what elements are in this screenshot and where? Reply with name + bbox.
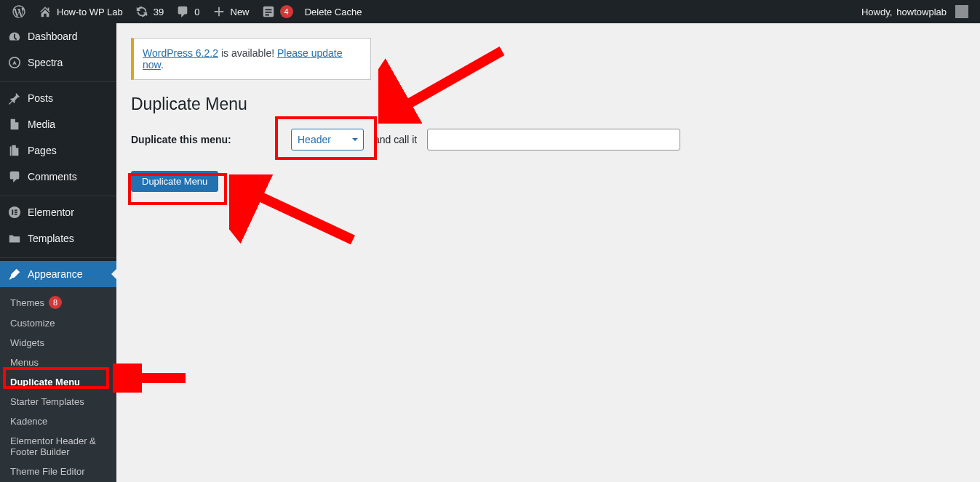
duplicate-form-row: Duplicate this menu: Header and call it [131,129,965,150]
updates-count: 39 [154,7,164,17]
spectra-icon [7,55,22,70]
howdy-prefix: Howdy, [861,7,892,17]
sidebar-item-label: Elementor [28,206,74,218]
submenu-item-customize[interactable]: Customize [0,313,116,333]
home-icon [38,4,52,19]
wpforms-link[interactable]: 4 [255,0,299,23]
delete-cache-link[interactable]: Delete Cache [299,0,368,23]
new-menu-name-input[interactable] [427,129,680,150]
elementor-icon [7,205,22,220]
admin-bar-right: Howdy, howtowplab [856,0,974,23]
submenu-item-elementor-hfb[interactable]: Elementor Header & Footer Builder [0,431,116,462]
sidebar-item-posts[interactable]: Posts [0,85,116,111]
pin-icon [7,91,22,105]
comment-bubble-icon [175,4,190,19]
appearance-submenu: Themes 8 Customize Widgets Menus Duplica… [0,287,116,482]
sidebar-item-appearance[interactable]: Appearance [0,261,116,287]
submenu-item-label: Customize [10,318,55,329]
submenu-item-label: Kadence [10,416,47,427]
plus-icon [212,4,226,19]
svg-rect-4 [15,212,17,213]
sidebar-separator [0,193,116,196]
sidebar-item-label: Templates [28,233,74,244]
comments-link[interactable]: 0 [170,0,205,23]
menu-select-wrap: Header [291,129,364,150]
sidebar-item-label: Appearance [28,268,83,280]
submenu-item-label: Elementor Header & Footer Builder [10,435,106,457]
delete-cache-label: Delete Cache [305,7,362,17]
submenu-item-label: Widgets [10,337,44,348]
submenu-item-duplicate-menu[interactable]: Duplicate Menu [0,372,116,392]
sidebar-item-label: Dashboard [28,31,78,42]
wp-version-link[interactable]: WordPress 6.2.2 [143,47,218,59]
submenu-item-label: Menus [10,357,39,368]
media-icon [7,117,22,132]
new-label: New [231,7,250,17]
submenu-item-label: Theme File Editor [10,466,85,477]
site-name-label: How-to WP Lab [57,7,123,17]
folder-icon [7,231,22,246]
submenu-item-kadence[interactable]: Kadence [0,411,116,431]
admin-bar: How-to WP Lab 39 0 New 4 Del [0,0,980,23]
main-content: WordPress 6.2.2 is available! Please upd… [116,23,980,482]
sidebar-item-spectra[interactable]: Spectra [0,49,116,76]
submenu-item-label: Starter Templates [10,396,84,407]
sidebar-item-elementor[interactable]: Elementor [0,199,116,225]
username-label: howtowplab [896,7,947,17]
submenu-item-widgets[interactable]: Widgets [0,333,116,353]
sidebar-item-label: Posts [28,92,53,104]
themes-update-badge: 8 [49,296,62,309]
duplicate-menu-button[interactable]: Duplicate Menu [131,171,218,192]
submenu-item-themes[interactable]: Themes 8 [0,292,116,313]
wpforms-count: 4 [280,5,293,18]
sidebar-item-media[interactable]: Media [0,111,116,137]
sidebar-item-templates[interactable]: Templates [0,225,116,252]
comment-icon [7,169,22,184]
sidebar-item-label: Pages [28,145,57,156]
form-label: Duplicate this menu: [131,134,291,145]
sidebar-item-pages[interactable]: Pages [0,137,116,164]
admin-bar-left: How-to WP Lab 39 0 New 4 Del [6,0,367,23]
dashboard-icon [7,29,22,44]
sidebar-separator [0,79,116,82]
notice-text: is available! [218,47,277,59]
new-content-link[interactable]: New [206,0,255,23]
comments-count: 0 [194,7,199,17]
submenu-item-label: Duplicate Menu [10,377,80,387]
page-title: Duplicate Menu [131,95,965,114]
update-notice: WordPress 6.2.2 is available! Please upd… [131,38,371,80]
updates-link[interactable]: 39 [129,0,170,23]
wp-logo-menu[interactable] [6,0,32,23]
page-icon [7,143,22,158]
svg-rect-5 [15,214,17,215]
admin-sidebar: Dashboard Spectra Posts Media Pages Comm… [0,23,116,482]
sidebar-item-comments[interactable]: Comments [0,164,116,190]
avatar [955,5,968,18]
wordpress-logo-icon [12,4,26,19]
sidebar-separator [0,254,116,258]
svg-rect-3 [15,209,17,211]
sidebar-item-dashboard[interactable]: Dashboard [0,23,116,49]
submenu-item-menus[interactable]: Menus [0,353,116,372]
sidebar-item-label: Spectra [28,57,63,68]
sidebar-item-label: Media [28,119,55,130]
sidebar-item-label: Comments [28,171,77,182]
update-icon [135,4,149,19]
menu-select[interactable]: Header [291,129,364,150]
brush-icon [7,267,22,281]
submenu-item-starter-templates[interactable]: Starter Templates [0,392,116,411]
submenu-item-theme-file-editor[interactable]: Theme File Editor [0,462,116,481]
svg-rect-2 [12,209,13,214]
submenu-item-label: Themes [10,297,44,308]
site-name-link[interactable]: How-to WP Lab [32,0,129,23]
my-account-link[interactable]: Howdy, howtowplab [856,0,974,23]
mid-label: and call it [374,134,417,145]
wpforms-icon [261,4,276,19]
